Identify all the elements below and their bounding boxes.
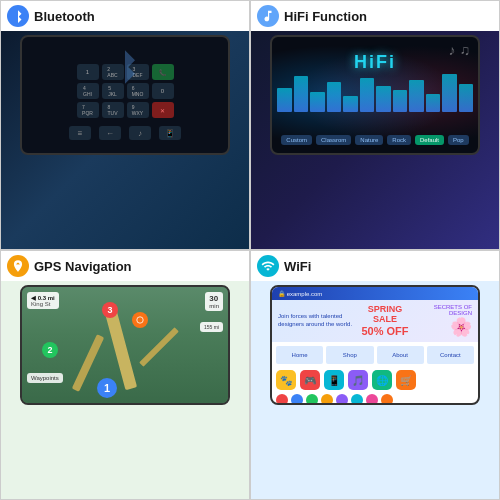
wifi-screen: 🔒 example.com Join forces with talented …	[270, 285, 480, 405]
hifi-btn-pop[interactable]: Pop	[448, 135, 469, 145]
bt-bottom-row: ≡ ← ♪ 📱	[69, 126, 181, 140]
wifi-browser-bar: 🔒 example.com	[272, 287, 478, 300]
wifi-app-icons: 🐾 🎮 📱 🎵 🌐 🛒	[272, 366, 478, 394]
bluetooth-icon	[7, 5, 29, 27]
wifi-circle-blue	[291, 394, 303, 405]
bluetooth-screen: 1 2ABC 3DEF 📞 4GHI 5JKL 6MNO 0 7PQR 8TUV…	[20, 35, 230, 155]
wifi-app-4[interactable]: 🎵	[348, 370, 368, 390]
wifi-spring-sale: SPRINGSALE	[361, 305, 408, 325]
hifi-screen: ♪ ♫ HiFi Custom Classrom	[270, 35, 480, 155]
wifi-app-5[interactable]: 🌐	[372, 370, 392, 390]
hifi-btn-classrom[interactable]: Classrom	[316, 135, 351, 145]
wifi-circle-green	[306, 394, 318, 405]
wifi-nav-row: Home Shop About Contact	[272, 342, 478, 366]
wifi-sale-left: Join forces with talented designers arou…	[278, 313, 358, 329]
gps-eta: 30 min	[205, 292, 223, 311]
wifi-color-circles	[272, 394, 478, 405]
gps-distance-info: ◀ 0.3 mi King St	[27, 292, 59, 309]
bt-key-1[interactable]: 1	[77, 64, 99, 80]
gps-marker-2: 2	[42, 342, 58, 358]
hifi-btn-rock[interactable]: Rock	[387, 135, 411, 145]
gps-title: GPS Navigation	[34, 259, 132, 274]
wifi-discount: 50% OFF	[361, 325, 408, 337]
wifi-circle-red	[276, 394, 288, 405]
hifi-bars	[277, 72, 473, 112]
wifi-nav-btn-1[interactable]: Home	[276, 346, 323, 364]
wifi-nav-btn-2[interactable]: Shop	[326, 346, 373, 364]
wifi-circle-orange	[381, 394, 393, 405]
gps-screen: ◀ 0.3 mi King St 30 min 155 mi 3 2 1 Way…	[20, 285, 230, 405]
wifi-label-row: WiFi	[251, 251, 499, 281]
wifi-sale-center: SPRINGSALE 50% OFF	[361, 305, 408, 337]
bluetooth-label-row: Bluetooth	[1, 1, 249, 31]
bt-menu-icon[interactable]: ≡	[69, 126, 91, 140]
wifi-app-3[interactable]: 📱	[324, 370, 344, 390]
wifi-title: WiFi	[284, 259, 311, 274]
bt-key-end[interactable]: ✕	[152, 102, 174, 118]
wifi-circle-purple	[336, 394, 348, 405]
bluetooth-cell: Bluetooth 1 2ABC 3DEF 📞 4GHI 5JKL 6MNO 0…	[0, 0, 250, 250]
bt-back-icon[interactable]: ←	[99, 126, 121, 140]
wifi-sale-text: Join forces with talented designers arou…	[278, 313, 358, 329]
gps-distance-box: 155 mi	[200, 322, 223, 332]
wifi-cell: WiFi 🔒 example.com Join forces with tale…	[250, 250, 500, 500]
wifi-circle-yellow	[321, 394, 333, 405]
wifi-nav-btn-4[interactable]: Contact	[427, 346, 474, 364]
wifi-circle-cyan	[351, 394, 363, 405]
feature-grid: Bluetooth 1 2ABC 3DEF 📞 4GHI 5JKL 6MNO 0…	[0, 0, 500, 500]
hifi-logo: HiFi	[272, 52, 478, 73]
hifi-title: HiFi Function	[284, 9, 367, 24]
wifi-icon	[257, 255, 279, 277]
wifi-circle-pink	[366, 394, 378, 405]
gps-cell: GPS Navigation ◀ 0.3 mi King St 30 min 1…	[0, 250, 250, 500]
hifi-label-row: HiFi Function	[251, 1, 499, 31]
wifi-sale-banner: Join forces with talented designers arou…	[272, 300, 478, 342]
bt-key-call[interactable]: 📞	[152, 64, 174, 80]
bt-key-0[interactable]: 0	[152, 83, 174, 99]
hifi-button-row: Custom Classrom Nature Rock Default Pop	[272, 135, 478, 145]
wifi-url: 🔒 example.com	[278, 291, 322, 297]
gps-map: ◀ 0.3 mi King St 30 min 155 mi 3 2 1 Way…	[22, 287, 228, 403]
wifi-nav-btn-3[interactable]: About	[377, 346, 424, 364]
gps-marker-home: 1	[97, 378, 117, 398]
wifi-sale-right: SECRETS OF DESIGN 🌸	[412, 304, 472, 338]
bt-key-4[interactable]: 4GHI	[77, 83, 99, 99]
hifi-btn-custom[interactable]: Custom	[281, 135, 312, 145]
bt-key-7[interactable]: 7PQR	[77, 102, 99, 118]
bt-big-symbol	[105, 47, 145, 106]
gps-label-row: GPS Navigation	[1, 251, 249, 281]
wifi-app-2[interactable]: 🎮	[300, 370, 320, 390]
wifi-app-1[interactable]: 🐾	[276, 370, 296, 390]
bluetooth-title: Bluetooth	[34, 9, 95, 24]
gps-waypoint-label: Waypoints	[27, 373, 63, 383]
svg-point-1	[137, 317, 143, 323]
wifi-flower: 🌸	[412, 316, 472, 338]
bt-music-icon[interactable]: ♪	[129, 126, 151, 140]
gps-road-3	[139, 327, 179, 367]
hifi-icon	[257, 5, 279, 27]
wifi-app-6[interactable]: 🛒	[396, 370, 416, 390]
hifi-cell: HiFi Function ♪ ♫ HiFi	[250, 0, 500, 250]
wifi-sale-badge: SECRETS OF DESIGN	[412, 304, 472, 316]
gps-marker-3	[132, 312, 148, 328]
bt-phone-icon[interactable]: 📱	[159, 126, 181, 140]
hifi-btn-default[interactable]: Default	[415, 135, 444, 145]
gps-icon	[7, 255, 29, 277]
hifi-btn-nature[interactable]: Nature	[355, 135, 383, 145]
gps-marker-1: 3	[102, 302, 118, 318]
